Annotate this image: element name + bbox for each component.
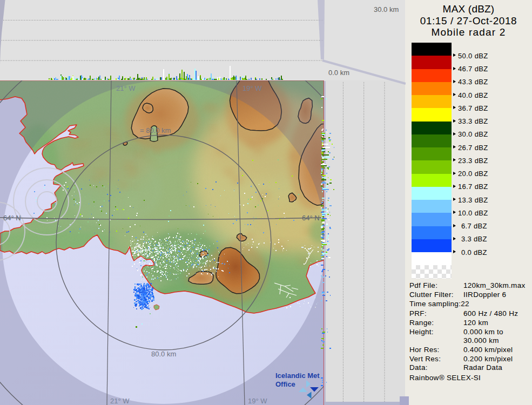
svg-text:64° N: 64° N xyxy=(302,214,320,222)
svg-text:19° W: 19° W xyxy=(243,84,262,92)
svg-text:= 80.0 km: = 80.0 km xyxy=(140,126,171,134)
svg-text:Icelandic Met: Icelandic Met xyxy=(275,372,320,380)
svg-text:21° W: 21° W xyxy=(110,397,130,405)
svg-text:80.0 km: 80.0 km xyxy=(151,350,176,358)
svg-text:0.0 km: 0.0 km xyxy=(328,69,349,77)
svg-text:Office: Office xyxy=(275,380,295,388)
svg-text:64° N: 64° N xyxy=(3,214,21,222)
svg-text:21° W: 21° W xyxy=(116,84,136,92)
svg-text:30.0 km: 30.0 km xyxy=(374,5,399,14)
svg-text:19° W: 19° W xyxy=(248,397,267,405)
